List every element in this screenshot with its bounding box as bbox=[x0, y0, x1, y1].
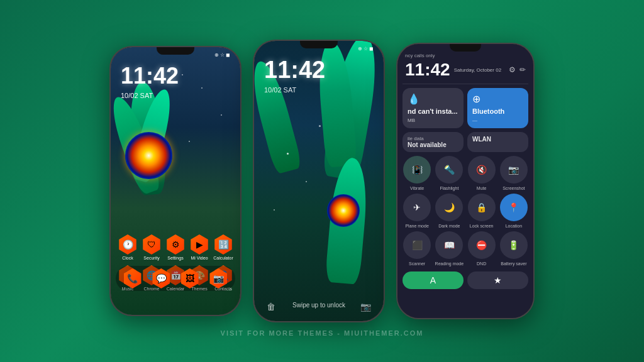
lock-button[interactable]: 🔒 bbox=[468, 194, 496, 221]
flashlight-label: Flashlight bbox=[440, 186, 458, 190]
mobile-data-tile-2[interactable]: ile data Not available bbox=[402, 132, 464, 152]
mute-btn-wrapper: 🔇 Mute bbox=[467, 156, 496, 190]
status-icons-1: ⊕ ☆ ◼ bbox=[214, 52, 230, 58]
notch-3 bbox=[450, 44, 481, 52]
phone-lock-screen: ⊕ ☆ ◼ 11:42 10/02 SAT 🗑 Swipe up to unlo… bbox=[253, 40, 385, 322]
plane-label: Plane mode bbox=[405, 224, 428, 228]
screenshot-icon: 📷 bbox=[508, 165, 519, 175]
screenshot-label: Screenshot bbox=[502, 186, 525, 190]
mobile-data-label: nd can't insta... bbox=[408, 107, 458, 115]
battery-label: Battery saver bbox=[501, 261, 526, 266]
screenshot-btn-wrapper: 📷 Screenshot bbox=[499, 156, 528, 190]
cc-date: Saturday, October 02 bbox=[454, 67, 509, 73]
bluetooth-label: Bluetooth bbox=[472, 107, 523, 115]
phone2-time: 11:42 bbox=[254, 54, 384, 86]
phone1-time: 11:42 bbox=[111, 60, 240, 92]
mobile-data-label-2: ile data bbox=[408, 136, 458, 141]
reading-icon: 📖 bbox=[444, 240, 455, 250]
flashlight-button[interactable]: 🔦 bbox=[435, 156, 463, 184]
scanner-label: Scanner bbox=[409, 261, 425, 266]
location-label: Location bbox=[506, 224, 522, 228]
dnd-btn-wrapper: ⛔ DND bbox=[467, 231, 496, 266]
dock-phone[interactable]: 📞 bbox=[123, 268, 143, 288]
phone2-date: 10/02 SAT bbox=[254, 86, 384, 94]
app-video[interactable]: ▶ Mi Video bbox=[189, 234, 209, 260]
gallery-dock-icon: 🖼 bbox=[180, 268, 200, 288]
dock: 📞 💬 🖼 📷 bbox=[116, 266, 235, 291]
screenshot-button[interactable]: 📷 bbox=[500, 156, 528, 184]
vibrate-btn-wrapper: 📳 Vibrate bbox=[402, 156, 431, 190]
mobile-data-sublabel: MB bbox=[408, 118, 458, 123]
plane-button[interactable]: ✈ bbox=[403, 194, 431, 221]
dark-label: Dark mode bbox=[438, 224, 460, 228]
location-btn-wrapper: 📍 Location bbox=[499, 194, 528, 228]
reading-button[interactable]: 📖 bbox=[435, 231, 463, 259]
cc-grid-row3: ⬛ Scanner 📖 Reading mode ⛔ bbox=[402, 231, 528, 266]
dock-camera[interactable]: 📷 bbox=[208, 268, 228, 288]
mute-icon: 🔇 bbox=[476, 165, 487, 175]
control-center: ncy calls only 11:42 Saturday, October 0… bbox=[397, 44, 533, 318]
plane-btn-wrapper: ✈ Plane mode bbox=[402, 194, 431, 228]
phones-container: ⊕ ☆ ◼ 11:42 10/02 SAT 🕐 Clock 🛡 Securi bbox=[0, 0, 644, 362]
dark-icon: 🌙 bbox=[444, 202, 455, 212]
mute-button[interactable]: 🔇 bbox=[468, 156, 496, 184]
cc-grid-row1: 📳 Vibrate 🔦 Flashlight 🔇 bbox=[402, 156, 528, 190]
phone-home-screen: ⊕ ☆ ◼ 11:42 10/02 SAT 🕐 Clock 🛡 Securi bbox=[109, 46, 242, 316]
phone1-date: 10/02 SAT bbox=[111, 92, 240, 99]
scanner-button[interactable]: ⬛ bbox=[403, 231, 431, 259]
watermark: VISIT FOR MORE THEMES - MIUITHEMER.COM bbox=[0, 329, 644, 337]
camera-dock-icon: 📷 bbox=[208, 268, 228, 288]
bottom-a-label: A bbox=[430, 275, 436, 285]
cc-bottom-btn-star[interactable]: ★ bbox=[467, 272, 528, 289]
app-calculator[interactable]: 🔢 Calculator bbox=[213, 234, 233, 260]
battery-icon: 🔋 bbox=[508, 240, 519, 250]
bluetooth-icon: ⊕ bbox=[472, 93, 523, 105]
phone-control-center: ncy calls only 11:42 Saturday, October 0… bbox=[396, 43, 535, 319]
dock-gallery[interactable]: 🖼 bbox=[180, 268, 200, 288]
mobile-data-tile[interactable]: 💧 nd can't insta... MB bbox=[402, 88, 464, 128]
status-icons-2: ⊕ ☆ ◼ bbox=[358, 46, 374, 52]
location-button[interactable]: 📍 bbox=[500, 194, 528, 221]
edit-header-icon[interactable]: ✏ bbox=[519, 65, 526, 74]
cc-header-icons: ⚙ ✏ bbox=[509, 65, 526, 74]
video-icon: ▶ bbox=[189, 234, 209, 255]
flashlight-icon: 🔦 bbox=[444, 165, 455, 175]
wlan-value: WLAN bbox=[472, 136, 523, 143]
settings-header-icon[interactable]: ⚙ bbox=[509, 65, 516, 74]
dnd-button[interactable]: ⛔ bbox=[468, 231, 496, 259]
flashlight-btn-wrapper: 🔦 Flashlight bbox=[435, 156, 464, 190]
mobile-data-icon: 💧 bbox=[408, 93, 458, 105]
cc-grid-row2: ✈ Plane mode 🌙 Dark mode 🔒 bbox=[402, 194, 528, 228]
cc-time: 11:42 bbox=[405, 60, 450, 80]
dnd-icon: ⛔ bbox=[476, 240, 487, 250]
vibrate-label: Vibrate bbox=[410, 186, 424, 190]
security-label: Security bbox=[143, 256, 159, 260]
dark-button[interactable]: 🌙 bbox=[435, 194, 463, 221]
messages-dock-icon: 💬 bbox=[151, 268, 171, 288]
cc-header: ncy calls only 11:42 Saturday, October 0… bbox=[402, 49, 528, 84]
notch-2 bbox=[300, 41, 338, 48]
battery-btn-wrapper: 🔋 Battery saver bbox=[499, 231, 528, 266]
reading-label: Reading mode bbox=[435, 261, 464, 266]
scanner-btn-wrapper: ⬛ Scanner bbox=[402, 231, 431, 266]
vibrate-icon: 📳 bbox=[412, 165, 423, 175]
mute-label: Mute bbox=[477, 186, 487, 190]
clock-label: Clock bbox=[122, 256, 133, 260]
battery-button[interactable]: 🔋 bbox=[500, 231, 528, 259]
wlan-tile[interactable]: WLAN bbox=[467, 132, 528, 152]
bluetooth-tile[interactable]: ⊕ Bluetooth — bbox=[467, 88, 528, 128]
calculator-icon: 🔢 bbox=[213, 234, 233, 255]
camera-icon-lock: 📷 bbox=[360, 302, 371, 312]
calculator-label: Calculator bbox=[213, 256, 233, 260]
dock-messages[interactable]: 💬 bbox=[151, 268, 171, 288]
cc-status-top: ncy calls only bbox=[405, 53, 526, 58]
cc-time-row: 11:42 Saturday, October 02 ⚙ ✏ bbox=[405, 60, 526, 80]
video-label: Mi Video bbox=[191, 256, 208, 260]
lock-label: Lock screen bbox=[470, 224, 494, 228]
settings-label: Settings bbox=[167, 256, 183, 260]
notch-1 bbox=[157, 47, 194, 55]
bottom-star-label: ★ bbox=[494, 275, 502, 285]
vibrate-button[interactable]: 📳 bbox=[403, 156, 431, 184]
cc-bottom-btn-a[interactable]: A bbox=[402, 272, 464, 289]
cc-bottom-row: A ★ bbox=[402, 272, 528, 289]
